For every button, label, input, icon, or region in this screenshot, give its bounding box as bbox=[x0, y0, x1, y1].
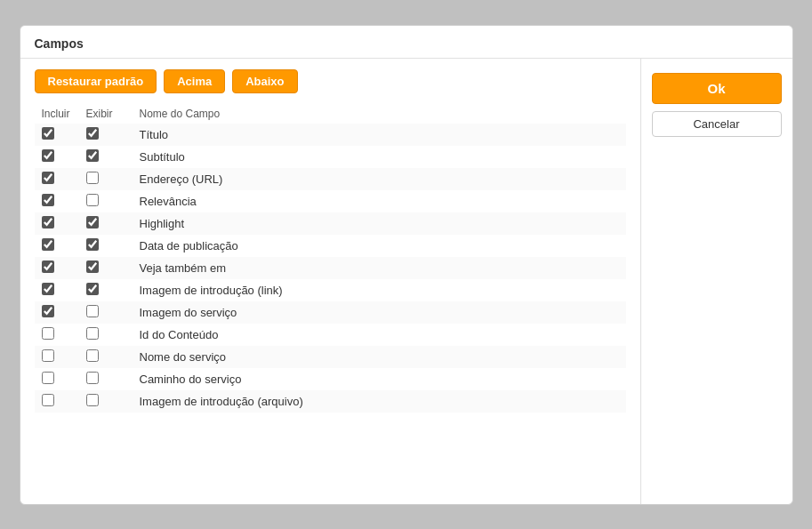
field-name-label: Data de publicação bbox=[140, 239, 623, 252]
table-row: Caminho do serviço bbox=[35, 368, 626, 390]
field-name-label: Imagem de introdução (link) bbox=[140, 284, 623, 297]
display-checkbox[interactable] bbox=[86, 238, 99, 251]
field-name-label: Id do Conteúdo bbox=[140, 328, 623, 341]
display-checkbox[interactable] bbox=[86, 216, 99, 228]
display-checkbox[interactable] bbox=[86, 305, 99, 317]
field-name-label: Imagem de introdução (arquivo) bbox=[140, 395, 623, 408]
table-row: Veja também em bbox=[35, 257, 626, 279]
display-checkbox[interactable] bbox=[86, 349, 99, 362]
fields-list: TítuloSubtítuloEndereço (URL)RelevânciaH… bbox=[35, 124, 626, 413]
field-name-label: Endereço (URL) bbox=[140, 172, 623, 186]
main-content: Restaurar padrão Acima Abaixo Incluir Ex… bbox=[20, 59, 641, 504]
table-row: Imagem de introdução (arquivo) bbox=[35, 390, 626, 413]
display-checkbox[interactable] bbox=[86, 394, 99, 406]
include-checkbox[interactable] bbox=[42, 260, 54, 273]
col-include: Incluir bbox=[42, 108, 86, 120]
field-name-label: Caminho do serviço bbox=[140, 373, 623, 386]
include-checkbox[interactable] bbox=[42, 372, 54, 384]
field-name-label: Veja também em bbox=[140, 261, 623, 275]
include-checkbox[interactable] bbox=[42, 194, 54, 206]
col-field-name: Nome do Campo bbox=[140, 108, 623, 120]
table-row: Id do Conteúdo bbox=[35, 324, 626, 346]
include-checkbox[interactable] bbox=[42, 149, 54, 162]
table-row: Data de publicação bbox=[35, 235, 626, 257]
table-header: Incluir Exibir Nome do Campo bbox=[35, 104, 626, 124]
restore-default-button[interactable]: Restaurar padrão bbox=[35, 69, 157, 93]
display-checkbox[interactable] bbox=[86, 127, 99, 140]
table-row: Endereço (URL) bbox=[35, 168, 626, 190]
dialog-title: Campos bbox=[20, 26, 792, 59]
include-checkbox[interactable] bbox=[42, 283, 54, 295]
toolbar: Restaurar padrão Acima Abaixo bbox=[35, 69, 626, 93]
include-checkbox[interactable] bbox=[42, 327, 54, 340]
table-row: Imagem de introdução (link) bbox=[35, 279, 626, 301]
field-name-label: Nome do serviço bbox=[140, 350, 623, 364]
include-checkbox[interactable] bbox=[42, 305, 54, 317]
display-checkbox[interactable] bbox=[86, 194, 99, 206]
field-name-label: Highlight bbox=[140, 217, 623, 230]
table-row: Nome do serviço bbox=[35, 346, 626, 368]
field-name-label: Título bbox=[140, 128, 623, 141]
side-panel: Ok Cancelar bbox=[641, 59, 792, 504]
include-checkbox[interactable] bbox=[42, 127, 54, 140]
include-checkbox[interactable] bbox=[42, 216, 54, 228]
display-checkbox[interactable] bbox=[86, 260, 99, 273]
table-row: Imagem do serviço bbox=[35, 301, 626, 324]
display-checkbox[interactable] bbox=[86, 372, 99, 384]
display-checkbox[interactable] bbox=[86, 149, 99, 162]
include-checkbox[interactable] bbox=[42, 394, 54, 406]
col-display: Exibir bbox=[86, 108, 140, 120]
cancel-button[interactable]: Cancelar bbox=[652, 111, 782, 137]
table-row: Título bbox=[35, 124, 626, 146]
field-name-label: Relevância bbox=[140, 195, 623, 208]
display-checkbox[interactable] bbox=[86, 283, 99, 295]
dialog-body: Restaurar padrão Acima Abaixo Incluir Ex… bbox=[20, 59, 792, 504]
display-checkbox[interactable] bbox=[86, 327, 99, 340]
campos-dialog: Campos Restaurar padrão Acima Abaixo Inc… bbox=[20, 25, 793, 505]
ok-button[interactable]: Ok bbox=[652, 73, 782, 104]
table-row: Relevância bbox=[35, 190, 626, 212]
table-row: Highlight bbox=[35, 212, 626, 235]
display-checkbox[interactable] bbox=[86, 172, 99, 184]
include-checkbox[interactable] bbox=[42, 172, 54, 184]
include-checkbox[interactable] bbox=[42, 349, 54, 362]
include-checkbox[interactable] bbox=[42, 238, 54, 251]
table-row: Subtítulo bbox=[35, 146, 626, 168]
field-name-label: Subtítulo bbox=[140, 150, 623, 164]
field-name-label: Imagem do serviço bbox=[140, 306, 623, 319]
down-button[interactable]: Abaixo bbox=[232, 69, 297, 93]
up-button[interactable]: Acima bbox=[164, 69, 225, 93]
